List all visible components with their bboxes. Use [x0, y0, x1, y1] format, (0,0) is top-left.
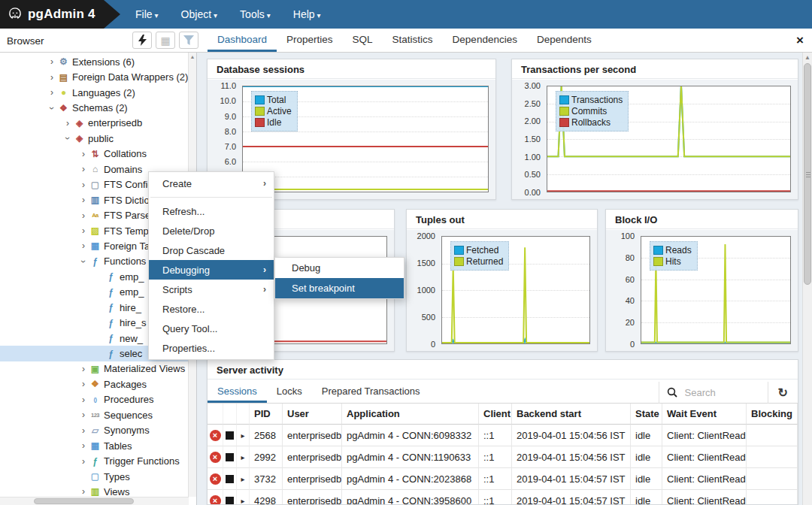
session-details-icon[interactable]: [226, 475, 234, 483]
chevron-right-icon[interactable]: ›: [47, 56, 57, 67]
menu-item-create[interactable]: Create›: [149, 174, 274, 193]
tab-dependents[interactable]: Dependents: [527, 29, 601, 52]
menu-item-delete-drop[interactable]: Delete/Drop: [149, 221, 274, 240]
dashboard-scroll-thumb[interactable]: [804, 63, 811, 285]
tree-item-packages[interactable]: ›❖Packages: [0, 376, 189, 392]
tab-dashboard[interactable]: Dashboard: [208, 29, 277, 52]
menu-item-restore-[interactable]: Restore...: [149, 299, 274, 319]
chevron-right-icon[interactable]: ›: [78, 180, 89, 190]
menu-item-drop-cascade[interactable]: Drop Cascade: [149, 240, 274, 260]
query-tool-icon[interactable]: [132, 32, 152, 49]
tree-item-procedures[interactable]: ›()Procedures: [0, 392, 189, 407]
menu-item-label: Scripts: [162, 284, 192, 295]
kill-session-icon[interactable]: ×: [210, 452, 221, 463]
session-details-icon[interactable]: [226, 497, 234, 505]
chevron-right-icon[interactable]: ›: [78, 364, 89, 374]
tree-horizontal-scrollbar[interactable]: [0, 497, 189, 505]
tree-item-tables[interactable]: ›▦Tables: [0, 438, 189, 453]
legend-label: Commits: [571, 106, 607, 116]
menu-item-properties-[interactable]: Properties...: [149, 338, 274, 358]
tree-item-enterprisedb[interactable]: ›◈enterprisedb: [0, 116, 189, 131]
chevron-right-icon[interactable]: ›: [78, 395, 89, 405]
procedures-icon: (): [89, 396, 102, 403]
sa-tab-prepared-transactions[interactable]: Prepared Transactions: [312, 381, 430, 403]
session-details-icon[interactable]: [226, 431, 234, 440]
submenu-item-debug[interactable]: Debug: [275, 258, 404, 278]
chevron-right-icon[interactable]: ›: [78, 225, 89, 236]
cell-backend-start: 2019-04-01 15:04:57 IST: [512, 490, 631, 505]
expand-row-icon[interactable]: ▸: [241, 431, 244, 440]
tree-item-foreign-data-wrappers-2-[interactable]: ›▤Foreign Data Wrappers (2): [0, 69, 189, 84]
refresh-icon[interactable]: ↻: [768, 386, 798, 400]
chevron-down-icon[interactable]: ›: [78, 256, 89, 267]
legend-color-chip: [255, 118, 265, 127]
search-input[interactable]: [685, 387, 768, 398]
menu-item-query-tool-[interactable]: Query Tool...: [149, 319, 274, 338]
tree-item-materialized-views[interactable]: ›▣Materialized Views: [0, 361, 189, 376]
tree-item-extensions-6-[interactable]: ›⚙Extensions (6): [0, 54, 189, 69]
dashboard-vertical-scrollbar[interactable]: ▲: [802, 53, 812, 505]
tree-item-types[interactable]: ›▢Types: [0, 469, 189, 484]
cell-blocking: [747, 425, 798, 446]
tree-item-label: emp_: [120, 286, 144, 298]
menu-item-refresh-[interactable]: Refresh...: [149, 201, 274, 221]
tab-dependencies[interactable]: Dependencies: [443, 29, 527, 52]
tab-statistics[interactable]: Statistics: [383, 29, 443, 52]
menu-item-debugging[interactable]: Debugging›: [149, 260, 274, 280]
chevron-right-icon[interactable]: ›: [47, 87, 57, 98]
chevron-right-icon[interactable]: ›: [78, 410, 89, 420]
chevron-right-icon[interactable]: ›: [78, 486, 89, 497]
kill-session-icon[interactable]: ×: [210, 430, 221, 441]
filter-icon[interactable]: [179, 32, 198, 49]
tree-item-schemas-2-[interactable]: ›❖Schemas (2): [0, 100, 189, 115]
search-icon[interactable]: [659, 387, 685, 398]
tree-item-public[interactable]: ›◈public: [0, 131, 189, 146]
tables-icon: ▦: [89, 440, 102, 451]
chart-legend: ReadsHits: [650, 241, 698, 271]
expand-row-icon[interactable]: ▸: [241, 453, 244, 461]
chevron-down-icon[interactable]: ›: [62, 133, 73, 144]
view-data-icon[interactable]: ▦: [156, 32, 175, 49]
tab-properties[interactable]: Properties: [277, 29, 343, 52]
tree-item-languages-2-[interactable]: ›●Languages (2): [0, 85, 189, 100]
scroll-up-icon[interactable]: ▲: [189, 54, 196, 59]
chevron-right-icon[interactable]: ›: [78, 456, 89, 467]
expand-row-icon[interactable]: ▸: [241, 497, 244, 505]
chevron-right-icon[interactable]: ›: [78, 210, 89, 221]
chevron-right-icon[interactable]: ›: [78, 149, 89, 159]
kill-session-icon[interactable]: ×: [210, 473, 221, 485]
y-tick-label: 1000: [417, 286, 435, 295]
tab-sql[interactable]: SQL: [343, 29, 383, 52]
y-tick-label: 9.0: [225, 112, 236, 121]
tree-hscroll-thumb[interactable]: [34, 498, 134, 504]
chevron-right-icon[interactable]: ›: [62, 118, 73, 129]
menu-file[interactable]: File▾: [135, 8, 159, 20]
chevron-right-icon[interactable]: ›: [78, 164, 89, 174]
chevron-right-icon[interactable]: ›: [78, 440, 89, 451]
menu-item-scripts[interactable]: Scripts›: [149, 280, 274, 299]
close-icon[interactable]: ×: [796, 33, 804, 48]
cell-user: enterprisedb: [283, 490, 342, 505]
tree-item-sequences[interactable]: ›123Sequences: [0, 407, 189, 422]
chevron-down-icon[interactable]: ›: [47, 103, 57, 113]
menu-object[interactable]: Object▾: [181, 8, 218, 20]
menu-help[interactable]: Help▾: [293, 8, 321, 20]
sa-tab-locks[interactable]: Locks: [267, 381, 312, 403]
tree-item-trigger-functions[interactable]: ›ƒTrigger Functions: [0, 453, 189, 468]
fts-template-icon: ▨: [89, 225, 102, 236]
tree-item-label: Functions: [104, 256, 146, 267]
session-details-icon[interactable]: [226, 453, 234, 461]
chevron-right-icon[interactable]: ›: [47, 72, 57, 83]
expand-row-icon[interactable]: ▸: [241, 475, 244, 483]
kill-session-icon[interactable]: ×: [210, 495, 221, 505]
sa-tab-sessions[interactable]: Sessions: [208, 381, 267, 403]
tree-item-collations[interactable]: ›⇅Collations: [0, 147, 189, 162]
chevron-right-icon[interactable]: ›: [78, 379, 89, 389]
tree-item-synonyms[interactable]: ›▱Synonyms: [0, 423, 189, 438]
submenu-item-set-breakpoint[interactable]: Set breakpoint: [275, 278, 404, 298]
chevron-right-icon[interactable]: ›: [78, 240, 89, 251]
chevron-right-icon[interactable]: ›: [78, 195, 89, 205]
menu-tools[interactable]: Tools▾: [240, 8, 271, 20]
scroll-up-icon[interactable]: ▲: [803, 54, 812, 61]
chevron-right-icon[interactable]: ›: [78, 425, 89, 436]
